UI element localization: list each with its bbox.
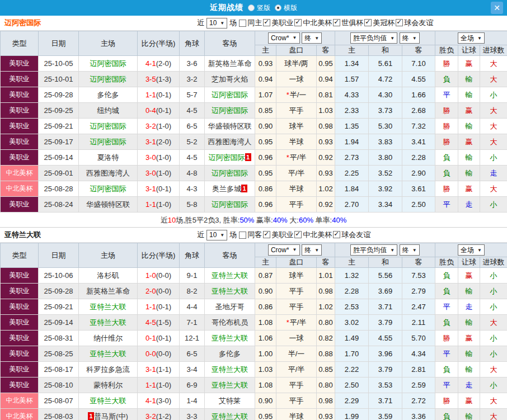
col-home: 主场 <box>79 31 138 56</box>
away-team-link[interactable]: 新英格兰革命 <box>208 59 252 68</box>
away-team-link[interactable]: 迈阿密国际 <box>212 169 248 177</box>
league-filter[interactable]: 球会友谊 <box>333 230 370 240</box>
home-team-link[interactable]: 亚特兰大联 <box>90 397 126 405</box>
avg-group-header: 胜平负均值 终 <box>335 243 435 257</box>
away-team-link[interactable]: 迈阿密国际 <box>212 91 248 99</box>
close-button[interactable]: ✕ <box>491 2 503 14</box>
filter-row: 亚特兰大联 近 10 场 同客 美职业中北美杯球会友谊 <box>0 228 507 243</box>
layout-radio-selected[interactable]: 横版 <box>275 3 297 13</box>
final-avg-dropdown[interactable]: 终 <box>400 244 420 256</box>
home-team-link[interactable]: 迈阿密国际 <box>90 59 126 68</box>
full-match-dropdown[interactable]: 全场 <box>458 32 485 44</box>
result-wdl-cell: 平 <box>435 346 458 362</box>
fulltime-score: 3-1 <box>145 138 156 146</box>
league-filter[interactable]: 美冠杯 <box>364 18 395 28</box>
col-result-wdl: 胜负 <box>435 257 458 268</box>
away-team-link[interactable]: 迈阿密国际 <box>209 153 245 162</box>
home-team-link[interactable]: 西雅图海湾人 <box>86 169 130 177</box>
avg-draw-cell: 3.71 <box>369 393 402 409</box>
final-odds-dropdown[interactable]: 终 <box>302 32 322 44</box>
same-venue-checkbox[interactable]: 同客 <box>239 230 262 240</box>
full-match-dropdown[interactable]: 全场 <box>458 244 485 256</box>
recent-count-select[interactable]: 10 <box>206 230 227 240</box>
col-avg-home: 主 <box>335 257 369 268</box>
league-cell: 美职业 <box>1 87 39 103</box>
league-filter[interactable]: 美职业 <box>263 18 293 28</box>
titlebar: 近期战绩 竖版横版 ✕ <box>0 0 507 16</box>
fulltime-score: 1-1 <box>145 381 156 389</box>
same-venue-checkbox[interactable]: 同主 <box>239 18 262 28</box>
home-team-link[interactable]: 亚特兰大联 <box>90 303 126 311</box>
home-team-link[interactable]: 迈阿密国际 <box>90 122 126 130</box>
away-team-link[interactable]: 芝加哥火焰 <box>212 75 248 83</box>
team-name: 亚特兰大联 <box>4 228 41 242</box>
away-team-link[interactable]: 哥伦布机员 <box>212 318 248 327</box>
radio-label: 竖版 <box>257 3 270 13</box>
away-team-link[interactable]: 艾特莱 <box>219 397 241 405</box>
league-filter[interactable]: 中北美杯 <box>294 230 332 240</box>
league-filter[interactable]: 美职业 <box>263 230 293 240</box>
home-team-link[interactable]: 迈阿密国际 <box>90 75 126 83</box>
odds-company-dropdown[interactable]: Crow* <box>268 32 300 44</box>
odds-away-cell: 1.02 <box>317 299 335 315</box>
avg-home-cell: 2.70 <box>335 197 369 213</box>
home-team-link[interactable]: 洛杉矶 <box>97 271 119 280</box>
odds-company-dropdown[interactable]: Crow* <box>268 244 300 256</box>
away-team-link[interactable]: 亚特兰大联 <box>212 381 248 389</box>
odds-home-cell: 0.90 <box>255 393 276 409</box>
away-team-cell: 艾特莱 <box>205 393 255 409</box>
halftime-score: (1-0) <box>156 153 171 162</box>
avg-draw-cell: 5.30 <box>369 119 402 134</box>
home-team-link[interactable]: 多伦多 <box>97 91 119 99</box>
away-team-link[interactable]: 亚特兰大联 <box>212 412 248 420</box>
home-team-link[interactable]: 新英格兰革命 <box>86 287 130 295</box>
away-team-link[interactable]: 圣地牙哥 <box>215 303 245 311</box>
avg-dropdown[interactable]: 胜平负均值 <box>350 32 397 44</box>
avg-dropdown[interactable]: 胜平负均值 <box>350 244 397 256</box>
home-team-link[interactable]: 蒙特利尔 <box>93 381 123 389</box>
odds-home-cell: 1.07 <box>255 87 276 103</box>
home-team-link[interactable]: 迈阿密国际 <box>90 185 126 193</box>
away-team-link[interactable]: 迈阿密国际 <box>212 200 248 209</box>
away-team-link[interactable]: 西雅图海湾人 <box>208 138 252 146</box>
result-wdl-cell: 負 <box>435 268 458 284</box>
away-team-link[interactable]: 亚特兰大联 <box>212 334 248 342</box>
home-team-cell: 迈阿密国际 <box>79 72 138 87</box>
league-filter[interactable]: 球会友谊 <box>396 18 433 28</box>
home-team-link[interactable]: 亚特兰大联 <box>90 350 126 358</box>
home-team-link[interactable]: 亚特兰大联 <box>90 318 126 327</box>
away-team-link[interactable]: 多伦多 <box>219 350 241 358</box>
fulltime-score: 3-2 <box>145 412 156 420</box>
away-team-link[interactable]: 亚特兰大联 <box>212 287 248 295</box>
away-team-link[interactable]: 华盛顿特区联 <box>208 122 252 130</box>
home-team-link[interactable]: 迈阿密国际 <box>90 138 126 146</box>
home-team-link[interactable]: 科罗拉多急流 <box>86 365 130 374</box>
score-cell: 3-2(1-0) <box>138 119 180 134</box>
layout-radio-option[interactable]: 竖版 <box>248 3 270 13</box>
odds-away-cell: 0.85 <box>317 362 335 377</box>
away-team-link[interactable]: 亚特兰大联 <box>212 271 248 280</box>
home-team-link[interactable]: 夏洛特 <box>97 153 119 162</box>
avg-away-cell: 2.81 <box>402 362 435 377</box>
league-cell: 中北美杯 <box>1 166 39 181</box>
halftime-score: (0-1) <box>156 303 171 311</box>
home-team-link[interactable]: 纳什维尔 <box>93 334 123 342</box>
final-odds-dropdown[interactable]: 终 <box>302 244 322 256</box>
radio-icon <box>248 4 255 11</box>
home-team-link[interactable]: 纽约城 <box>97 106 119 115</box>
home-team-link[interactable]: 普马斯(中) <box>94 412 128 420</box>
score-cell: 1-1(0-1) <box>138 87 180 103</box>
odds-home-cell: 0.86 <box>255 299 276 315</box>
recent-count-select[interactable]: 10 <box>206 18 227 29</box>
away-team-link[interactable]: 奥兰多城 <box>212 185 241 193</box>
league-filter[interactable]: 中北美杯 <box>294 18 332 28</box>
away-team-link[interactable]: 亚特兰大联 <box>212 365 248 374</box>
away-team-link[interactable]: 迈阿密国际 <box>212 106 248 115</box>
odds-home-cell: 0.96 <box>255 150 276 166</box>
away-team-cell: 新英格兰革命 <box>205 56 255 72</box>
home-team-link[interactable]: 华盛顿特区联 <box>86 200 130 209</box>
col-home: 主场 <box>79 243 138 268</box>
final-avg-dropdown[interactable]: 终 <box>400 32 420 44</box>
avg-draw-cell: 4.72 <box>369 72 402 87</box>
league-filter[interactable]: 世俱杯 <box>333 18 363 28</box>
